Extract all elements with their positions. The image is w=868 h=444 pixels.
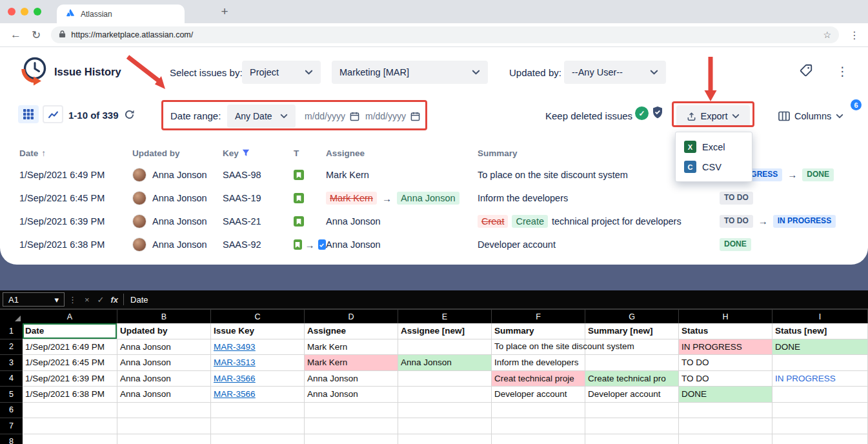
sheet-header-cell[interactable]: Summary <box>492 323 585 339</box>
sheet-cell[interactable] <box>585 403 679 419</box>
sheet-column-header-I[interactable]: I <box>772 310 868 323</box>
browser-tab[interactable]: Atlassian <box>57 5 185 23</box>
sheet-cell[interactable]: 1/Sep/2021 6:38 PM <box>23 387 117 403</box>
sheet-header-cell[interactable]: Status [new] <box>772 323 868 339</box>
sheet-cell[interactable] <box>772 434 868 444</box>
sheet-cell[interactable]: Anna Jonson <box>117 387 211 403</box>
sheet-cell[interactable] <box>492 418 585 434</box>
cell-name-box[interactable]: A1 ▾ <box>3 292 65 307</box>
sheet-cell[interactable] <box>492 403 585 419</box>
date-from-input[interactable]: m/dd/yyyy <box>305 105 359 128</box>
columns-button[interactable]: Columns <box>778 105 843 127</box>
sheet-row-header-3[interactable]: 3 <box>0 355 23 371</box>
sheet-row-header-7[interactable]: 7 <box>0 418 23 434</box>
keep-deleted-toggle[interactable]: ✓ <box>635 106 649 120</box>
browser-menu-icon[interactable]: ⋮ <box>849 29 860 41</box>
sheet-cell[interactable]: Anna Jonson <box>305 371 398 387</box>
column-header-key[interactable]: Key <box>223 148 294 158</box>
sheet-column-header-F[interactable]: F <box>492 310 585 323</box>
table-row[interactable]: 1/Sep/2021 6:38 PM Anna Jonson SAAS-92 →… <box>0 233 868 256</box>
sheet-cell[interactable] <box>211 418 305 434</box>
formula-confirm-icon[interactable]: ✓ <box>97 295 105 305</box>
sheet-row-header-6[interactable]: 6 <box>0 403 23 419</box>
select-by-dropdown[interactable]: Project <box>242 61 321 84</box>
sheet-column-header-G[interactable]: G <box>585 310 679 323</box>
sheet-column-header-D[interactable]: D <box>305 310 398 323</box>
sheet-select-all-corner[interactable] <box>0 310 23 323</box>
sheet-cell[interactable] <box>23 434 117 444</box>
cell-key[interactable]: SAAS-19 <box>223 193 294 203</box>
formula-bar-value[interactable]: Date <box>130 295 148 305</box>
sheet-cell[interactable]: Anna Jonson <box>398 355 492 371</box>
sheet-column-header-E[interactable]: E <box>398 310 492 323</box>
sheet-cell[interactable] <box>492 434 585 444</box>
sheet-cell[interactable] <box>398 418 492 434</box>
sheet-cell[interactable]: TO DO <box>679 355 772 371</box>
sheet-header-cell[interactable]: Status <box>679 323 772 339</box>
tag-icon[interactable] <box>799 63 813 80</box>
sheet-cell[interactable] <box>117 403 211 419</box>
sheet-cell[interactable] <box>117 418 211 434</box>
column-header-type[interactable]: T <box>294 148 326 158</box>
app-menu-icon[interactable]: ⋮ <box>836 64 849 79</box>
minimize-window-button[interactable] <box>21 8 28 15</box>
maximize-window-button[interactable] <box>34 8 41 15</box>
sheet-cell[interactable]: MAR-3566 <box>211 371 305 387</box>
sheet-cell[interactable] <box>772 387 868 403</box>
sheet-row-header-1[interactable]: 1 <box>0 323 23 339</box>
sheet-row-header-8[interactable]: 8 <box>0 434 23 444</box>
sheet-cell[interactable] <box>23 418 117 434</box>
sheet-cell[interactable]: Developer account <box>492 387 585 403</box>
reload-icon[interactable]: ↻ <box>32 28 41 42</box>
sheet-cell[interactable] <box>679 418 772 434</box>
sheet-cell[interactable]: Anna Jonson <box>117 371 211 387</box>
sheet-cell[interactable]: MAR-3566 <box>211 387 305 403</box>
sheet-column-header-A[interactable]: A <box>23 310 117 323</box>
cell-key[interactable]: SAAS-98 <box>223 170 294 180</box>
sheet-cell[interactable]: IN PROGRESS <box>772 371 868 387</box>
sheet-cell[interactable]: Anna Jonson <box>117 339 211 356</box>
sheet-cell[interactable] <box>398 371 492 387</box>
sheet-cell[interactable]: Creat technical proje <box>492 371 585 387</box>
sheet-cell[interactable] <box>772 418 868 434</box>
formula-cancel-icon[interactable]: × <box>85 295 90 305</box>
sheet-cell[interactable]: Mark Kern <box>305 339 398 356</box>
sheet-column-header-H[interactable]: H <box>679 310 772 323</box>
sheet-cell[interactable]: 1/Sep/2021 6:45 PM <box>23 355 117 371</box>
sheet-cell[interactable] <box>585 434 679 444</box>
fx-icon[interactable]: fx <box>111 295 119 305</box>
sheet-cell[interactable] <box>398 387 492 403</box>
sheet-cell[interactable]: To place on the site discount system <box>492 339 585 356</box>
sheet-cell[interactable]: Developer account <box>585 387 679 403</box>
sheet-cell[interactable]: TO DO <box>679 371 772 387</box>
sheet-cell[interactable] <box>679 403 772 419</box>
sheet-header-cell[interactable]: Summary [new] <box>585 323 679 339</box>
sheet-row-header-4[interactable]: 4 <box>0 371 23 387</box>
sheet-cell[interactable]: Anna Jonson <box>305 387 398 403</box>
updated-by-dropdown[interactable]: --Any User-- <box>564 61 666 84</box>
sheet-header-cell[interactable]: Issue Key <box>211 323 305 339</box>
sheet-column-header-B[interactable]: B <box>117 310 211 323</box>
sheet-cell[interactable] <box>398 403 492 419</box>
sheet-cell[interactable] <box>305 418 398 434</box>
grid-view-button[interactable] <box>18 105 39 123</box>
back-icon[interactable]: ← <box>10 28 21 41</box>
cell-key[interactable]: SAAS-92 <box>223 239 294 250</box>
sheet-cell[interactable]: 1/Sep/2021 6:49 PM <box>23 339 117 356</box>
sheet-cell[interactable]: MAR-3493 <box>211 339 305 356</box>
sheet-cell[interactable]: Anna Jonson <box>117 355 211 371</box>
sheet-cell[interactable]: MAR-3513 <box>211 355 305 371</box>
close-window-button[interactable] <box>8 8 15 15</box>
sheet-cell[interactable] <box>398 434 492 444</box>
sheet-cell[interactable] <box>305 403 398 419</box>
sheet-row-header-5[interactable]: 5 <box>0 387 23 403</box>
sheet-cell[interactable] <box>398 339 492 356</box>
sheet-cell[interactable]: DONE <box>772 339 868 356</box>
sheet-header-cell[interactable]: Assignee <box>305 323 398 339</box>
cell-key[interactable]: SAAS-21 <box>223 216 294 227</box>
column-header-date[interactable]: Date ↑ <box>19 148 132 158</box>
new-tab-button[interactable]: + <box>217 4 232 19</box>
column-header-updated-by[interactable]: Updated by <box>132 148 223 158</box>
sheet-cell[interactable] <box>679 434 772 444</box>
sheet-header-cell[interactable]: Date <box>23 323 117 339</box>
